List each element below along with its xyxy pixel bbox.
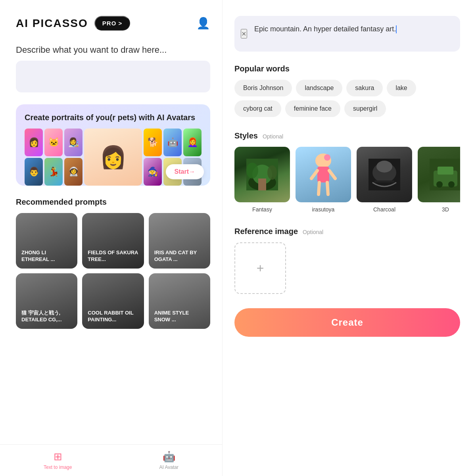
right-panel: × Epic mountain. An hyper detailed fanta… — [222, 0, 476, 476]
header: AI PICASSO PRO > 👤 — [16, 16, 210, 31]
start-button[interactable]: Start→ — [166, 164, 204, 179]
pro-button[interactable]: PRO > — [94, 16, 130, 31]
avatar-cell: 👨 — [25, 158, 43, 186]
word-chip-landscape[interactable]: landscape — [296, 80, 342, 96]
svg-line-9 — [329, 171, 335, 178]
style-img-charcoal — [357, 147, 412, 202]
avatars-banner: Create portraits of you(r pets) with AI … — [16, 104, 210, 186]
style-card-fantasy[interactable]: Fantasy — [234, 147, 290, 213]
prompt-card[interactable]: 猫 宇宙人と戦う, DETAILED CG,... — [16, 273, 77, 329]
prompt-input-text: Epic mountain. An hyper detailed fantasy… — [254, 24, 452, 35]
nav-ai-avatar-label: AI Avatar — [159, 464, 178, 470]
svg-line-8 — [311, 171, 317, 178]
svg-point-20 — [436, 181, 443, 188]
style-card-irasutoya[interactable]: irasutoya — [296, 147, 351, 213]
prompt-card[interactable]: COOL RABBIT OIL PAINTING... — [82, 273, 144, 329]
style-label-fantasy: Fantasy — [252, 206, 272, 213]
text-cursor — [396, 25, 397, 33]
styles-optional-badge: Optional — [263, 133, 283, 140]
avatar-cell: 👩‍🦰 — [183, 129, 202, 156]
avatar-cell: 👩‍🚀 — [64, 158, 83, 186]
svg-rect-7 — [317, 167, 329, 182]
prompt-card[interactable]: IRIS AND CAT BY OGATA ... — [149, 213, 210, 269]
style-label-charcoal: Charcoal — [373, 206, 395, 213]
svg-point-16 — [376, 161, 392, 173]
word-chip-feminine-face[interactable]: feminine face — [285, 100, 340, 117]
create-button[interactable]: Create — [234, 308, 460, 337]
prompt-card-text: 猫 宇宙人と戦う, DETAILED CG,... — [21, 310, 72, 323]
avatar-cell: 👩‍🎨 — [64, 129, 83, 156]
style-label-3d: 3D — [442, 206, 449, 213]
avatar-cell: 🐱 — [44, 129, 63, 156]
word-chip-boris-johnson[interactable]: Boris Johnson — [234, 80, 292, 96]
style-img-fantasy — [234, 147, 290, 202]
style-img-irasutoya — [296, 147, 351, 202]
svg-point-4 — [246, 163, 258, 178]
style-img-3d — [418, 147, 460, 202]
logo-area: AI PICASSO PRO > — [16, 16, 130, 31]
word-chip-supergirl[interactable]: supergirl — [344, 100, 386, 117]
describe-label: Describe what you want to draw here... — [16, 45, 210, 55]
popular-words-title: Popular words — [234, 64, 460, 73]
word-chip-cyborg-cat[interactable]: cyborg cat — [234, 100, 281, 117]
svg-point-21 — [448, 181, 455, 188]
prompt-card-text: IRIS AND CAT BY OGATA ... — [154, 250, 205, 263]
ref-title: Reference image — [234, 227, 298, 236]
prompt-card-text: ANIME STYLE SNOW ... — [154, 310, 205, 323]
text-to-image-icon: ⊞ — [54, 451, 62, 463]
ref-plus-icon: + — [257, 261, 264, 276]
app-logo: AI PICASSO — [16, 17, 88, 30]
svg-rect-15 — [374, 180, 394, 182]
ref-header: Reference image Optional — [234, 227, 460, 236]
style-label-irasutoya: irasutoya — [312, 206, 335, 213]
word-chip-lake[interactable]: lake — [387, 80, 416, 96]
prompt-card-text: COOL RABBIT OIL PAINTING... — [88, 310, 138, 323]
avatar-cell: 🐕 — [144, 129, 162, 156]
left-panel: AI PICASSO PRO > 👤 Describe what you wan… — [0, 0, 222, 476]
styles-row: Fantasy — [234, 147, 460, 213]
ai-avatar-icon: 🤖 — [163, 451, 175, 463]
nav-text-to-image-label: Text to image — [44, 464, 72, 470]
svg-point-5 — [267, 165, 277, 180]
prompt-card-text: ZHONG LI ETHEREAL ... — [21, 250, 72, 263]
style-card-3d[interactable]: 3D — [418, 147, 460, 213]
svg-rect-19 — [438, 167, 453, 175]
avatar-cell: 🧙 — [144, 158, 162, 186]
avatar-cell: 👩 — [25, 129, 43, 156]
recommended-prompts-title: Recommended prompts — [16, 198, 210, 207]
bottom-nav: ⊞ Text to image 🤖 AI Avatar — [0, 444, 222, 476]
styles-title: Styles — [234, 131, 258, 140]
user-icon[interactable]: 👤 — [196, 17, 210, 30]
ref-upload-box[interactable]: + — [234, 242, 286, 294]
nav-ai-avatar[interactable]: 🤖 AI Avatar — [159, 451, 178, 470]
prompt-card-text: FIELDS OF SAKURA TREE... — [88, 250, 138, 263]
styles-header: Styles Optional — [234, 131, 460, 140]
describe-input[interactable] — [16, 61, 210, 92]
prompt-card[interactable]: ZHONG LI ETHEREAL ... — [16, 213, 77, 269]
svg-point-12 — [324, 154, 330, 161]
word-chip-sakura[interactable]: sakura — [346, 80, 383, 96]
prompt-card[interactable]: FIELDS OF SAKURA TREE... — [82, 213, 144, 269]
svg-line-10 — [319, 182, 319, 194]
prompts-grid: ZHONG LI ETHEREAL ... FIELDS OF SAKURA T… — [16, 213, 210, 329]
svg-rect-3 — [258, 178, 266, 190]
words-grid: Boris Johnson landscape sakura lake cybo… — [234, 80, 460, 117]
style-card-charcoal[interactable]: Charcoal — [357, 147, 412, 213]
avatar-cell: 💃 — [44, 158, 63, 186]
prompt-card[interactable]: ANIME STYLE SNOW ... — [149, 273, 210, 329]
prompt-close-button[interactable]: × — [241, 29, 247, 38]
svg-line-11 — [327, 182, 328, 194]
ref-optional-badge: Optional — [303, 229, 323, 235]
avatars-title: Create portraits of you(r pets) with AI … — [25, 113, 202, 122]
avatar-center: 👩 — [84, 129, 142, 186]
prompt-input-container: × Epic mountain. An hyper detailed fanta… — [234, 16, 460, 52]
avatar-cell: 🤖 — [163, 129, 182, 156]
nav-text-to-image[interactable]: ⊞ Text to image — [44, 451, 72, 470]
